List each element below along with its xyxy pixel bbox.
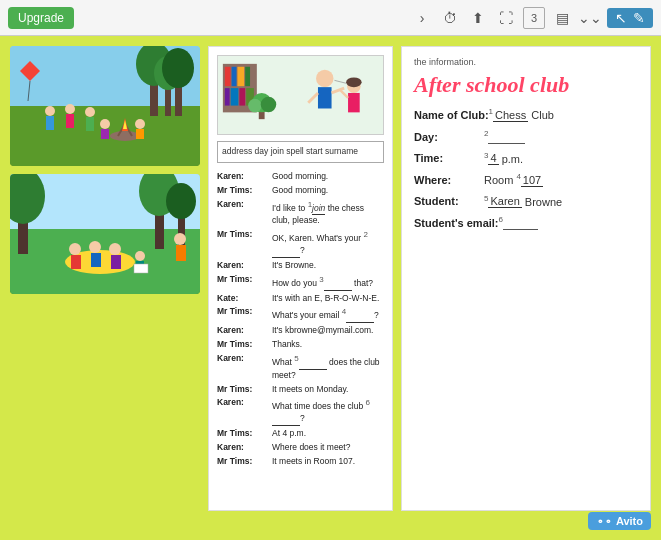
svg-rect-51 (225, 88, 230, 105)
more-icon[interactable]: ⌄⌄ (579, 7, 601, 29)
avito-label: Avito (616, 515, 643, 527)
svg-point-57 (248, 98, 262, 112)
form-value-email: 6 (499, 215, 538, 230)
svg-point-23 (135, 119, 145, 129)
dialogue-line: Karen: It's Browne. (217, 260, 384, 272)
svg-point-16 (110, 131, 140, 141)
speaker-label: Mr Tims: (217, 306, 269, 323)
workbook-page: address day join spell start surname Kar… (208, 46, 393, 511)
line-text: What's your email 4 ? (272, 306, 384, 323)
form-value-club: 1Chess Club (489, 107, 554, 122)
dialogue-line: Mr Tims: At 4 p.m. (217, 428, 384, 440)
form-label-day: Day: (414, 131, 484, 143)
timer-icon[interactable]: ⏱ (439, 7, 461, 29)
form-value-time: 34 p.m. (484, 151, 523, 166)
speaker-label: Mr Tims: (217, 339, 269, 351)
dialogue-line: Mr Tims: How do you 3 that? (217, 274, 384, 291)
form-row-student: Student: 5Karen Browne (414, 194, 638, 209)
avito-badge: ⚬⚬ Avito (588, 512, 651, 530)
svg-rect-64 (348, 93, 360, 112)
dialogue-line: Karen: Good morning. (217, 171, 384, 183)
svg-rect-60 (318, 87, 332, 108)
form-label-email: Student's email: (414, 217, 499, 229)
form-label-time: Time: (414, 152, 484, 164)
form-row-email: Student's email: 6 (414, 215, 638, 230)
dialogue-line: Mr Tims: It meets on Monday. (217, 384, 384, 396)
line-text: Thanks. (272, 339, 384, 351)
svg-rect-22 (101, 129, 109, 139)
dialogue-line: Mr Tims: Good morning. (217, 185, 384, 197)
svg-point-32 (166, 183, 196, 219)
svg-point-58 (261, 96, 277, 112)
form-row-club: Name of Club: 1Chess Club (414, 107, 638, 122)
fullscreen-icon[interactable]: ⛶ (495, 7, 517, 29)
form-row-where: Where: Room 4107 (414, 172, 638, 187)
svg-point-66 (346, 77, 362, 87)
speaker-label: Mr Tims: (217, 428, 269, 440)
form-value-where: Room 4107 (484, 172, 543, 187)
svg-rect-44 (176, 245, 186, 261)
svg-rect-52 (231, 88, 239, 105)
dialogue-line: Kate: It's with an E, B-R-O-W-N-E. (217, 293, 384, 305)
svg-point-36 (89, 241, 101, 253)
svg-point-40 (135, 251, 145, 261)
line-text: Good morning. (272, 185, 384, 197)
toolbar-right-group: ↖ ✎ (607, 8, 653, 28)
line-text: It meets on Monday. (272, 384, 384, 396)
dialogue-line: Karen: I'd like to 1join the chess club,… (217, 199, 384, 228)
speaker-label: Karen: (217, 199, 269, 228)
svg-point-21 (100, 119, 110, 129)
svg-point-43 (174, 233, 186, 245)
svg-point-34 (69, 243, 81, 255)
svg-rect-13 (66, 114, 74, 128)
upgrade-button[interactable]: Upgrade (8, 7, 74, 29)
svg-rect-42 (134, 264, 148, 273)
svg-point-38 (109, 243, 121, 255)
next-icon[interactable]: › (411, 7, 433, 29)
line-text: How do you 3 that? (272, 274, 384, 291)
pen-icon[interactable]: ✎ (633, 10, 645, 26)
svg-rect-49 (237, 66, 244, 85)
after-school-form: the information. After school club Name … (401, 46, 651, 511)
svg-rect-50 (245, 66, 250, 85)
form-row-day: Day: 2 (414, 129, 638, 144)
speaker-label: Mr Tims: (217, 384, 269, 396)
menu-icon[interactable]: ▤ (551, 7, 573, 29)
speaker-label: Karen: (217, 397, 269, 426)
toolbar: Upgrade › ⏱ ⬆ ⛶ 3 ▤ ⌄⌄ ↖ ✎ (0, 0, 661, 36)
speaker-label: Karen: (217, 353, 269, 382)
word-bank: address day join spell start surname (217, 141, 384, 163)
dialogue-line: Karen: What time does the club 6 ? (217, 397, 384, 426)
svg-point-14 (85, 107, 95, 117)
svg-rect-48 (232, 66, 237, 85)
dialogue-line: Mr Tims: What's your email 4 ? (217, 306, 384, 323)
avito-dots: ⚬⚬ (596, 516, 612, 527)
svg-rect-11 (46, 116, 54, 130)
form-value-day: 2 (484, 129, 525, 144)
dialogue-line: Mr Tims: It meets in Room 107. (217, 456, 384, 468)
line-text: Where does it meet? (272, 442, 384, 454)
line-text: It's with an E, B-R-O-W-N-E. (272, 293, 384, 305)
svg-rect-37 (91, 253, 101, 267)
cursor-icon[interactable]: ↖ (615, 10, 627, 26)
line-text: It's Browne. (272, 260, 384, 272)
speaker-label: Mr Tims: (217, 229, 269, 258)
speaker-label: Mr Tims: (217, 456, 269, 468)
dialogue-line: Karen: It's kbrowne@mymail.com. (217, 325, 384, 337)
svg-point-59 (316, 69, 333, 86)
svg-rect-15 (86, 117, 94, 131)
dialogue-container: Karen: Good morning. Mr Tims: Good morni… (217, 171, 384, 468)
line-text: What 5 does the club meet? (272, 353, 384, 382)
left-column (10, 46, 200, 294)
line-text: It's kbrowne@mymail.com. (272, 325, 384, 337)
dialogue-line: Karen: What 5 does the club meet? (217, 353, 384, 382)
page-number-icon[interactable]: 3 (523, 7, 545, 29)
line-text: I'd like to 1join the chess club, please… (272, 199, 384, 228)
speaker-label: Karen: (217, 442, 269, 454)
form-title: After school club (414, 73, 638, 97)
scene-image-2 (10, 174, 200, 294)
upload-icon[interactable]: ⬆ (467, 7, 489, 29)
dialogue-line: Mr Tims: Thanks. (217, 339, 384, 351)
line-text: Good morning. (272, 171, 384, 183)
svg-rect-39 (111, 255, 121, 269)
